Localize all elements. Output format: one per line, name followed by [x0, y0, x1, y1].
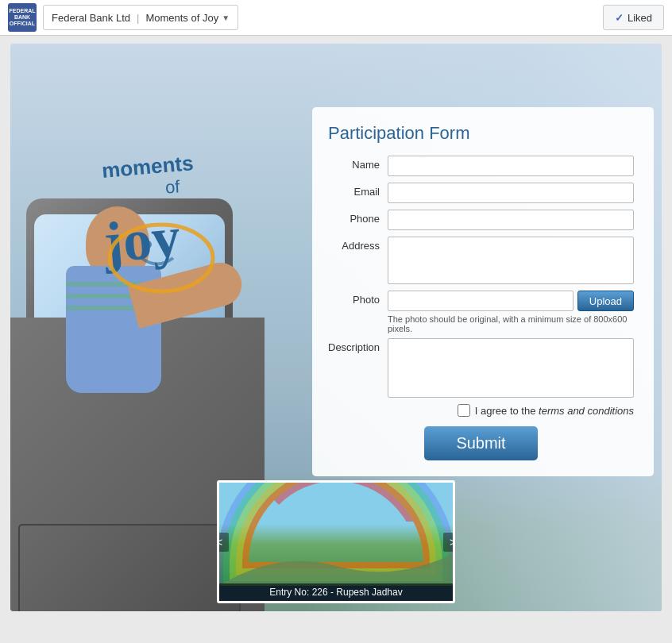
topbar: FEDERALBANKOFFICIAL Federal Bank Ltd | M…: [0, 0, 672, 36]
submit-button[interactable]: Submit: [424, 426, 537, 460]
bank-name-label: Federal Bank Ltd: [52, 12, 130, 24]
name-input[interactable]: [388, 156, 634, 176]
terms-text: I agree to the terms and conditions: [475, 405, 634, 417]
photo-hint-text: The photo should be original, with a min…: [388, 314, 634, 333]
terms-link[interactable]: terms and conditions: [539, 405, 634, 417]
terms-checkbox[interactable]: [458, 404, 470, 417]
photo-input-group: Upload: [388, 291, 634, 311]
gallery-frame: Entry No: 226 - Rupesh Jadhav < >: [217, 480, 455, 603]
main-content: moments of joy Participation Form Nam: [10, 44, 662, 611]
photo-label: Photo: [328, 291, 388, 306]
terms-agree-text: I agree to the: [475, 405, 539, 417]
background-area: moments of joy Participation Form Nam: [10, 44, 662, 611]
photo-path-input[interactable]: [388, 291, 574, 311]
separator: |: [137, 12, 139, 24]
fb-logo-text: FEDERALBANKOFFICIAL: [9, 8, 35, 26]
gallery-caption: Entry No: 226 - Rupesh Jadhav: [219, 583, 453, 601]
terms-row: I agree to the terms and conditions: [328, 404, 634, 417]
address-input[interactable]: [388, 237, 634, 284]
liked-button[interactable]: ✓ Liked: [603, 5, 664, 30]
description-label: Description: [328, 338, 388, 353]
form-title: Participation Form: [328, 123, 634, 144]
gallery-prev-button[interactable]: <: [217, 533, 229, 552]
form-panel: Participation Form Name Email Phone Addr…: [312, 107, 654, 476]
phone-label: Phone: [328, 210, 388, 225]
phone-input[interactable]: [388, 210, 634, 230]
fb-logo-icon: FEDERALBANKOFFICIAL: [8, 3, 37, 32]
phone-row: Phone: [328, 210, 634, 230]
gallery-image: [219, 483, 453, 586]
moj-joy-svg: joy: [86, 191, 229, 297]
tab-name-label: Moments of Joy: [145, 12, 218, 24]
moj-logo: moments of joy: [86, 155, 245, 290]
description-row: Description: [328, 338, 634, 398]
svg-point-2: [144, 241, 152, 248]
liked-label: Liked: [628, 12, 652, 24]
svg-text:joy: joy: [100, 205, 183, 275]
email-input[interactable]: [388, 183, 634, 203]
email-row: Email: [328, 183, 634, 203]
photo-row: Photo Upload: [328, 291, 634, 311]
gallery-strip: Entry No: 226 - Rupesh Jadhav < >: [217, 480, 455, 603]
upload-button[interactable]: Upload: [577, 291, 634, 311]
description-input[interactable]: [388, 338, 634, 398]
address-row: Address: [328, 237, 634, 284]
page-name-button[interactable]: Federal Bank Ltd | Moments of Joy ▼: [43, 5, 238, 30]
moj-moments-text: moments: [101, 151, 195, 183]
check-icon: ✓: [615, 12, 624, 24]
email-label: Email: [328, 183, 388, 198]
name-label: Name: [328, 156, 388, 171]
address-label: Address: [328, 237, 388, 252]
gallery-next-button[interactable]: >: [443, 533, 455, 552]
name-row: Name: [328, 156, 634, 176]
dropdown-arrow-icon: ▼: [222, 13, 230, 22]
topbar-left: FEDERALBANKOFFICIAL Federal Bank Ltd | M…: [8, 3, 238, 32]
car-door: [18, 524, 241, 611]
